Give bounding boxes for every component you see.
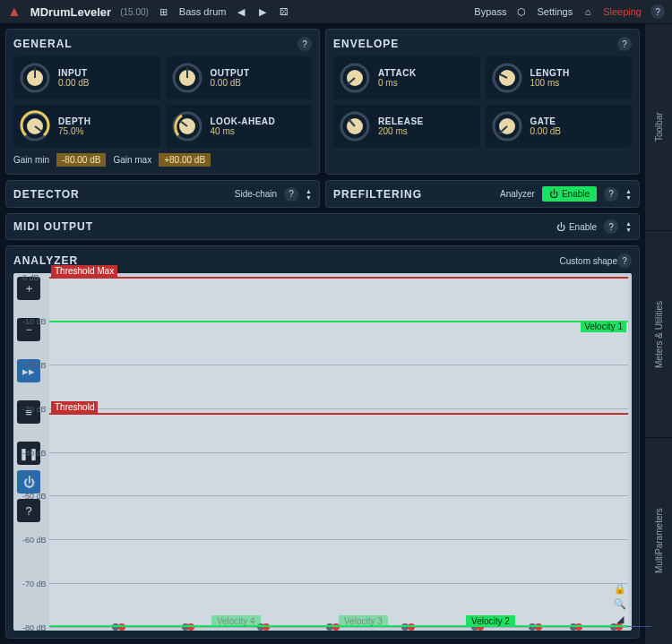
db-tick: -40 dB xyxy=(22,449,47,458)
midi-enable-button[interactable]: ⏻Enable xyxy=(556,222,597,232)
detector-section: DETECTOR Side-chain ? ▲▼ xyxy=(5,180,320,208)
help-icon[interactable]: ? xyxy=(297,37,312,51)
prefiltering-title: PREFILTERING xyxy=(333,188,422,201)
db-tick: -80 dB xyxy=(22,623,47,632)
envelope-title: ENVELOPE xyxy=(333,38,399,50)
custom-shape-button[interactable]: Custom shape xyxy=(560,256,617,266)
output-knob[interactable]: OUTPUT0.00 dB xyxy=(166,56,313,99)
lookahead-knob[interactable]: LOOK-AHEAD40 ms xyxy=(166,105,313,148)
length-knob[interactable]: LENGTH100 ms xyxy=(486,56,633,99)
help-icon[interactable]: ? xyxy=(284,187,298,202)
db-tick: -10 dB xyxy=(22,317,47,326)
velocity3-label[interactable]: Velocity 3 xyxy=(339,615,388,627)
help-icon[interactable]: ? xyxy=(604,219,618,234)
db-tick: -30 dB xyxy=(22,405,47,414)
app-version: (15.00) xyxy=(120,7,149,17)
prev-icon[interactable]: ◀ xyxy=(235,5,247,18)
power-icon[interactable]: ⏻ xyxy=(17,470,40,494)
db-tick: 0 dB xyxy=(22,273,39,282)
general-title: GENERAL xyxy=(13,38,73,50)
midi-output-section: MIDI OUTPUT ⏻Enable ? ▲▼ xyxy=(5,213,640,240)
general-panel: GENERAL ? INPUT0.00 dB OUTPUT0.00 dB DEP… xyxy=(5,29,320,175)
velocity4-label[interactable]: Velocity 4 xyxy=(211,615,261,627)
gain-max-label: Gain max xyxy=(113,155,151,165)
detector-title: DETECTOR xyxy=(13,188,80,201)
tab-multiparams[interactable]: MultiParameters xyxy=(645,437,672,644)
analyzer-plot[interactable]: 0 dB-10 dB-20 dB-30 dB-40 dB-50 dB-60 dB… xyxy=(49,277,628,627)
tab-meters[interactable]: Meters & Utilities xyxy=(645,230,672,437)
db-tick: -60 dB xyxy=(22,536,47,545)
preset-name[interactable]: Bass drum xyxy=(179,6,227,17)
depth-knob[interactable]: DEPTH75.0% xyxy=(13,105,160,148)
db-tick: -20 dB xyxy=(22,361,47,370)
home-icon[interactable]: ⌂ xyxy=(582,5,594,18)
app-title: MDrumLeveler xyxy=(30,5,111,19)
top-bar: ▲ MDrumLeveler (15.00) ⊞ Bass drum ◀ ▶ ⚄… xyxy=(0,0,672,23)
help-icon[interactable]: ? xyxy=(604,187,618,202)
db-tick: -50 dB xyxy=(22,492,47,501)
expand-arrows-icon[interactable]: ▲▼ xyxy=(625,220,632,233)
settings-button[interactable]: Settings xyxy=(537,6,573,17)
bypass-button[interactable]: Bypass xyxy=(474,6,506,17)
threshold-label[interactable]: Threshold xyxy=(51,401,98,413)
help-icon[interactable]: ? xyxy=(617,253,632,268)
lock-icon[interactable]: 🔒 xyxy=(614,583,626,595)
shield-icon[interactable]: ⬡ xyxy=(515,5,528,18)
release-knob[interactable]: RELEASE200 ms xyxy=(333,105,480,148)
power-icon: ⏻ xyxy=(556,222,565,232)
help-icon[interactable]: ? xyxy=(17,499,40,522)
sleeping-label: Sleeping xyxy=(603,6,642,17)
sidechain-button[interactable]: Side-chain xyxy=(235,189,277,199)
prefilter-enable-button[interactable]: ⏻Enable xyxy=(542,186,597,202)
logo-icon: ▲ xyxy=(7,4,22,20)
prefiltering-section: PREFILTERING Analyzer ⏻Enable ? ▲▼ xyxy=(325,180,640,208)
gain-min-value[interactable]: -80.00 dB xyxy=(56,153,106,167)
velocity2-label[interactable]: Velocity 2 xyxy=(466,615,515,627)
gain-max-value[interactable]: +80.00 dB xyxy=(159,153,211,167)
power-icon: ⏻ xyxy=(549,189,558,199)
tab-toolbar[interactable]: Toolbar xyxy=(645,23,672,230)
expand-arrows-icon[interactable]: ▲▼ xyxy=(306,188,312,201)
dice-icon[interactable]: ⚄ xyxy=(278,5,290,18)
grid-icon[interactable]: ⊞ xyxy=(158,5,170,18)
expand-arrows-icon[interactable]: ▲▼ xyxy=(625,188,632,201)
analyzer-panel: ANALYZER Custom shape ? ＋ － ▸▸ ≡ ❚❚ ⏻ ? … xyxy=(5,245,640,639)
envelope-panel: ENVELOPE ? ATTACK0 ms LENGTH100 ms RELEA… xyxy=(325,29,640,175)
db-tick: -70 dB xyxy=(22,580,47,588)
resize-icon[interactable]: ◢ xyxy=(616,614,624,625)
threshold-max-label[interactable]: Threshold Max xyxy=(51,265,117,277)
magnify-icon[interactable]: 🔍 xyxy=(614,598,626,610)
analyzer-label[interactable]: Analyzer xyxy=(500,189,535,199)
input-knob[interactable]: INPUT0.00 dB xyxy=(13,56,160,99)
gain-min-label: Gain min xyxy=(13,155,49,165)
attack-knob[interactable]: ATTACK0 ms xyxy=(333,56,480,99)
gate-knob[interactable]: GATE0.00 dB xyxy=(486,105,633,148)
midi-title: MIDI OUTPUT xyxy=(13,220,93,233)
next-icon[interactable]: ▶ xyxy=(256,5,269,18)
right-sidebar: Toolbar Meters & Utilities MultiParamete… xyxy=(645,23,672,644)
help-icon[interactable]: ? xyxy=(650,4,665,19)
help-icon[interactable]: ? xyxy=(617,37,632,51)
velocity1-label[interactable]: Velocity 1 xyxy=(581,321,626,332)
